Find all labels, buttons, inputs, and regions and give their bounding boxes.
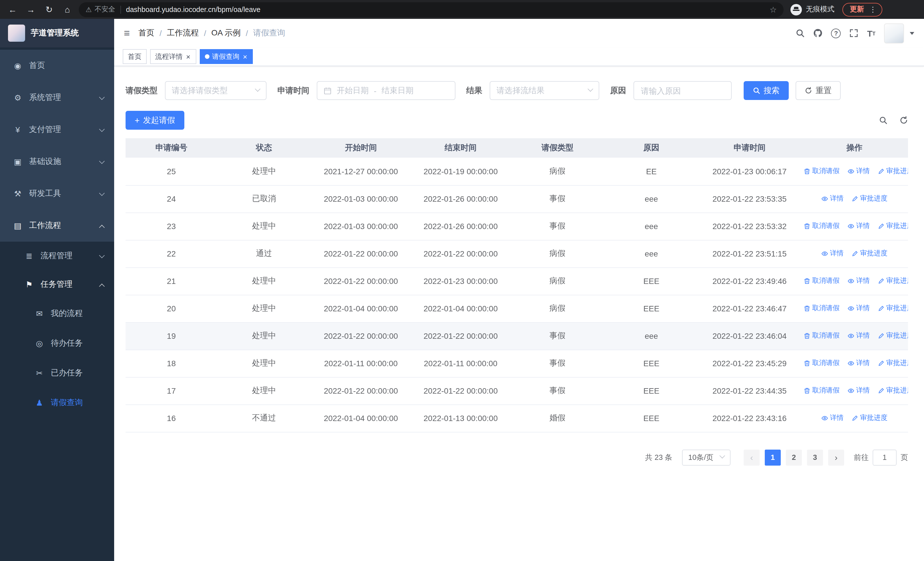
detail-link[interactable]: 详情 (848, 331, 870, 341)
approval-progress-link[interactable]: 审批进度 (878, 358, 908, 368)
prev-page-button[interactable]: ‹ (744, 449, 760, 465)
approval-progress-link[interactable]: 审批进度 (878, 331, 908, 341)
fullscreen-icon[interactable] (849, 29, 859, 38)
cancel-leave-link[interactable]: 取消请假 (804, 221, 840, 231)
caret-down-icon[interactable] (910, 32, 914, 35)
detail-link[interactable]: 详情 (848, 358, 870, 368)
home-icon[interactable]: ⌂ (60, 3, 74, 16)
cancel-leave-link[interactable]: 取消请假 (804, 166, 840, 176)
tab-close-icon[interactable]: × (242, 53, 248, 60)
search-button[interactable]: 搜索 (744, 81, 789, 100)
sidebar-menu-item[interactable]: ▣ 基础设施 (0, 146, 114, 177)
cancel-leave-link[interactable]: 取消请假 (804, 276, 840, 286)
detail-link[interactable]: 详情 (848, 276, 870, 286)
breadcrumb-link[interactable]: OA 示例 (212, 28, 241, 38)
detail-link[interactable]: 详情 (848, 304, 870, 313)
detail-link[interactable]: 详情 (821, 413, 843, 423)
sidebar-submenu-item[interactable]: ≣ 流程管理 (0, 242, 114, 270)
breadcrumb-link[interactable]: 首页 (138, 28, 154, 38)
cancel-leave-link[interactable]: 取消请假 (804, 331, 840, 341)
sidebar-leaf-item[interactable]: ◎ 待办任务 (0, 328, 114, 358)
search-icon (753, 87, 760, 94)
sidebar-leaf-item[interactable]: ✂ 已办任务 (0, 358, 114, 388)
detail-link[interactable]: 详情 (821, 249, 843, 259)
detail-link[interactable]: 详情 (821, 194, 843, 204)
sidebar-menu-item[interactable]: ◉ 首页 (0, 50, 114, 82)
apply-time-range-picker[interactable]: 开始日期 - 结束日期 (317, 81, 455, 100)
approval-progress-label: 审批进度 (886, 358, 908, 368)
approval-progress-link[interactable]: 审批进度 (878, 304, 908, 313)
reload-icon[interactable]: ↻ (42, 3, 56, 16)
next-page-button[interactable]: › (828, 449, 844, 465)
reason-input[interactable] (633, 81, 732, 100)
font-size-icon[interactable]: TT (867, 29, 876, 38)
forward-icon[interactable]: → (24, 3, 38, 16)
approval-progress-link[interactable]: 审批进度 (878, 276, 908, 286)
site-security-indicator[interactable]: ⚠ 不安全 (86, 5, 115, 14)
approval-progress-link[interactable]: 审批进度 (878, 386, 908, 396)
pen-icon (852, 415, 858, 422)
approval-progress-link[interactable]: 审批进度 (878, 166, 908, 176)
toggle-search-icon[interactable] (879, 116, 888, 125)
cell-leave-type: 事假 (510, 185, 604, 212)
cell-apply-time: 2022-01-22 23:49:46 (698, 267, 801, 295)
table-row: 19 处理中 2022-01-22 00:00:00 2022-01-22 00… (126, 322, 908, 350)
approval-progress-link[interactable]: 审批进度 (878, 221, 908, 231)
page-number-button[interactable]: 1 (765, 449, 781, 465)
sidebar-submenu-item[interactable]: ⚑ 任务管理 (0, 270, 114, 299)
bookmark-star-icon[interactable]: ☆ (770, 5, 777, 14)
sidebar-leaf-item[interactable]: ✉ 我的流程 (0, 299, 114, 328)
page-number-button[interactable]: 2 (786, 449, 802, 465)
view-tab[interactable]: 请假查询 × (200, 49, 253, 64)
approval-progress-link[interactable]: 审批进度 (852, 249, 888, 259)
view-tab[interactable]: 首页 × (123, 49, 147, 64)
cell-reason: eee (604, 322, 698, 350)
address-bar[interactable]: ⚠ 不安全 dashboard.yudao.iocoder.cn/bpm/oa/… (79, 2, 784, 17)
cell-end-time: 2022-01-04 00:00:00 (411, 295, 510, 322)
cancel-leave-link[interactable]: 取消请假 (804, 304, 840, 313)
search-icon[interactable] (796, 29, 805, 38)
jump-page-input[interactable] (873, 449, 897, 465)
approval-progress-link[interactable]: 审批进度 (852, 413, 888, 423)
cell-status: 处理中 (217, 295, 311, 322)
tab-close-icon[interactable]: × (186, 53, 191, 60)
cell-end-time: 2022-01-26 00:00:00 (411, 212, 510, 240)
cancel-leave-link[interactable]: 取消请假 (804, 386, 840, 396)
create-leave-button[interactable]: + 发起请假 (126, 111, 184, 130)
help-icon[interactable]: ? (831, 28, 841, 38)
security-label: 不安全 (95, 5, 115, 14)
detail-link[interactable]: 详情 (848, 386, 870, 396)
result-select[interactable]: 请选择流结果 (490, 81, 599, 100)
view-tab[interactable]: 流程详情 × (150, 49, 196, 64)
sidebar-menu-item[interactable]: ⚒ 研发工具 (0, 177, 114, 210)
filter-apply-time: 申请时间 开始日期 - 结束日期 (278, 81, 455, 100)
sidebar-leaf-item[interactable]: ♟ 请假查询 (0, 388, 114, 418)
collapse-sidebar-icon[interactable]: ≡ (124, 27, 130, 39)
breadcrumb-link[interactable]: 请假查询 (253, 28, 285, 38)
cancel-leave-link[interactable]: 取消请假 (804, 358, 840, 368)
back-icon[interactable]: ← (6, 3, 20, 16)
eye-icon (821, 196, 828, 202)
browser-menu-icon[interactable]: ⋮ (869, 5, 877, 14)
breadcrumb-item: 首页 / (138, 28, 162, 38)
chevron-icon (99, 190, 105, 196)
browser-update-button[interactable]: 更新 ⋮ (842, 3, 882, 16)
breadcrumb-link[interactable]: 工作流程 (167, 28, 199, 38)
page-size-select[interactable]: 10条/页 (682, 449, 730, 465)
cell-start-time: 2022-01-03 00:00:00 (311, 212, 411, 240)
leave-type-select[interactable]: 请选择请假类型 (165, 81, 267, 100)
approval-progress-link[interactable]: 审批进度 (852, 194, 888, 204)
apply-time-label: 申请时间 (278, 86, 309, 96)
detail-link[interactable]: 详情 (848, 166, 870, 176)
user-avatar[interactable] (884, 23, 904, 43)
page-number-button[interactable]: 3 (807, 449, 823, 465)
sidebar-menu-item[interactable]: ⚙ 系统管理 (0, 82, 114, 114)
refresh-table-icon[interactable] (900, 116, 908, 125)
github-icon[interactable] (814, 29, 823, 38)
sidebar-menu-item[interactable]: ▤ 工作流程 (0, 210, 114, 242)
reset-button[interactable]: 重置 (796, 81, 841, 100)
filter-leave-type: 请假类型 请选择请假类型 (126, 81, 267, 100)
detail-link[interactable]: 详情 (848, 221, 870, 231)
sidebar-logo-row[interactable]: 芋道管理系统 (0, 19, 114, 47)
sidebar-menu-item[interactable]: ¥ 支付管理 (0, 114, 114, 146)
